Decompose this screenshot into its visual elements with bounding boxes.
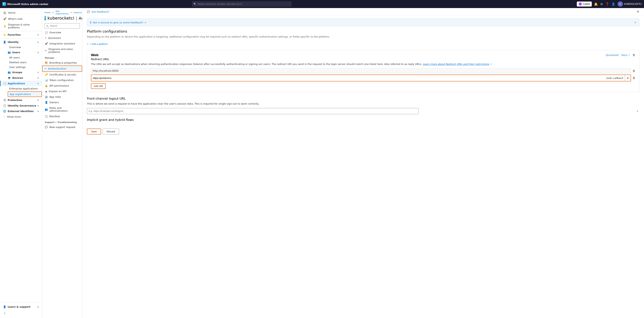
search-input[interactable] xyxy=(192,1,292,7)
protection-collapse[interactable]: 🛡️ Protection ∨ xyxy=(0,97,42,103)
sub-search-input[interactable] xyxy=(44,23,80,29)
sub-nav-api-permissions[interactable]: 🔒 API permissions xyxy=(42,83,82,89)
content-area: Home > App registrations > kuberocketci … xyxy=(42,8,644,318)
groups-icon: 👥 xyxy=(8,71,11,74)
sub-nav-roles-admins[interactable]: 👥 Roles and administrators xyxy=(42,105,82,114)
svg-rect-0 xyxy=(3,3,4,4)
discard-button[interactable]: Discard xyxy=(102,129,119,134)
favorites-collapse[interactable]: ⭐ Favorites ∨ xyxy=(0,32,42,38)
sub-nav-expose-api[interactable]: ☁️ Expose an API xyxy=(42,89,82,94)
web-card-actions: Quickstart Docs ↗ 🗑 xyxy=(606,53,636,57)
chevron-up-icon: ∧ xyxy=(37,41,39,43)
sub-nav-manifest[interactable]: 📋 Manifest xyxy=(42,114,82,119)
sub-nav-new-support[interactable]: 💬 New support request xyxy=(42,124,82,130)
info-banner-close-button[interactable]: × xyxy=(634,21,636,24)
sub-nav-branding[interactable]: 🎨 Branding & properties xyxy=(42,60,82,66)
chevron-down-icon: ∨ xyxy=(37,34,39,36)
groups-chevron-icon: ∨ xyxy=(37,71,39,73)
sidebar-collapse-button[interactable]: « xyxy=(3,311,6,315)
learn-support-collapse[interactable]: 👤 Learn & support ∧ xyxy=(0,304,42,309)
external-chevron-icon: ∨ xyxy=(37,110,39,112)
sub-nav-app-roles[interactable]: 🏢 App roles xyxy=(42,94,82,100)
redirect-uris-desc: The URIs we will accept as destinations … xyxy=(91,62,636,66)
logout-url-input[interactable] xyxy=(87,108,418,114)
sidebar-item-user-settings[interactable]: User settings xyxy=(8,65,42,70)
front-channel-desc: This is where we send a request to have … xyxy=(87,102,640,106)
users-collapse[interactable]: 👥 Users ∧ xyxy=(0,50,42,55)
sub-nav-integration[interactable]: 🚀 Integration assistant xyxy=(42,41,82,46)
add-uri-button[interactable]: Add URI xyxy=(91,83,106,89)
sidebar-item-all-users[interactable]: All users xyxy=(8,55,42,60)
sub-nav-overview[interactable]: ⬜ Overview xyxy=(42,30,82,35)
topbar: Microsoft Entra admin center 🔍 Copilot 🔔… xyxy=(0,0,644,8)
feedback-bar: 💬 Got feedback? ✕ xyxy=(82,8,644,16)
roles-icon: 👥 xyxy=(45,108,48,111)
learn-more-link[interactable]: Learn more about Redirect URIs and their… xyxy=(423,63,489,66)
web-card-title: Web xyxy=(91,53,98,57)
sidebar-item-enterprise-apps[interactable]: Enterprise applications xyxy=(8,86,42,91)
sub-search: 🔍 xyxy=(44,23,80,29)
applications-icon: ⬜ xyxy=(3,82,6,85)
identity-collapse[interactable]: 👤 Identity ∧ xyxy=(0,39,42,45)
sidebar-item-show-more[interactable]: ··· Show more xyxy=(0,114,42,120)
user-icon[interactable]: 👤 xyxy=(612,2,615,6)
uri-2-input[interactable] xyxy=(91,75,605,81)
topbar-right: Copilot 🔔 ⚙️ ❓ 👤 K KUBEROCKETCI xyxy=(577,1,642,7)
sub-nav-authentication[interactable]: ↩️ Authentication xyxy=(42,66,82,72)
manifest-icon: 📋 xyxy=(45,115,48,118)
sub-nav-quickstart[interactable]: ⚡ Quickstart xyxy=(42,35,82,41)
sub-nav-token[interactable]: 📊 Token configuration xyxy=(42,77,82,83)
copilot-button[interactable]: Copilot xyxy=(577,2,592,7)
learn-more-ext-icon: ↗ xyxy=(490,63,492,66)
delete-uri-1-icon[interactable]: 🗑 xyxy=(632,69,636,73)
uri-dropdown-button[interactable]: ▾ xyxy=(625,75,630,81)
divider xyxy=(0,31,42,31)
user-profile[interactable]: K KUBEROCKETCI xyxy=(618,1,642,7)
brand-icon xyxy=(2,2,6,6)
protection-icon: 🛡️ xyxy=(3,99,6,102)
delete-uri-2-icon[interactable]: 🗑 xyxy=(632,76,636,80)
quickstart-icon: ⚡ xyxy=(45,37,46,40)
quickstart-link[interactable]: Quickstart xyxy=(606,54,619,57)
sub-nav-certificates[interactable]: 🔑 Certificates & secrets xyxy=(42,72,82,77)
save-button[interactable]: Save xyxy=(87,129,101,134)
add-platform-button[interactable]: + + Add a platform xyxy=(87,42,108,46)
sidebar-item-home[interactable]: 🏠 Home xyxy=(0,10,42,16)
branding-icon: 🎨 xyxy=(45,61,48,64)
logout-url-container: ▾ xyxy=(87,108,640,114)
auth-icon: ↩️ xyxy=(44,67,46,70)
diagnose-icon: 💡 xyxy=(3,24,6,28)
expose-icon: ☁️ xyxy=(45,90,47,93)
sidebar-item-app-registrations[interactable]: App registrations xyxy=(8,91,42,97)
bell-icon[interactable]: 🔔 xyxy=(594,2,598,6)
support-section-label: Support + Troubleshooting xyxy=(42,119,82,124)
divider2 xyxy=(0,38,42,39)
sidebar-item-diagnose[interactable]: 💡 Diagnose & solve problems xyxy=(0,22,42,30)
sidebar-item-whats-new[interactable]: 🚀 What's new xyxy=(0,16,42,22)
identity-governance-collapse[interactable]: 📋 Identity Governance ∨ xyxy=(0,103,42,108)
uri-1-value: http://localhost:8000 xyxy=(91,68,631,73)
diagnose-icon-sub: ✂️ xyxy=(45,49,47,52)
feedback-icon: 💬 xyxy=(87,10,90,13)
settings-icon[interactable]: ⚙️ xyxy=(600,2,603,6)
help-icon[interactable]: ❓ xyxy=(605,2,609,6)
delete-web-card-icon[interactable]: 🗑 xyxy=(632,53,636,57)
sub-nav-owners[interactable]: 👤 Owners xyxy=(42,100,82,105)
redirect-uris-label: Redirect URIs xyxy=(91,58,636,61)
sub-nav-diagnose[interactable]: ✂️ Diagnose and solve problems xyxy=(42,46,82,55)
external-identities-collapse[interactable]: 🌐 External Identities ∨ xyxy=(0,108,42,114)
devices-collapse[interactable]: 💻 Devices ∨ xyxy=(0,75,42,81)
save-row: Save Discard xyxy=(87,126,640,138)
sidebar-item-deleted-users[interactable]: Deleted users xyxy=(8,60,42,65)
governance-chevron-icon: ∨ xyxy=(37,105,39,107)
main-content: 💬 Got feedback? ✕ ℹ️ Got a second to giv… xyxy=(82,8,644,318)
app-roles-icon: 🏢 xyxy=(45,95,48,98)
api-perm-icon: 🔒 xyxy=(45,84,48,87)
sidebar-item-overview[interactable]: Overview xyxy=(8,45,42,50)
groups-collapse[interactable]: 👥 Groups ∨ xyxy=(0,70,42,75)
overview-icon: ⬜ xyxy=(45,31,48,34)
platform-section-desc: Depending on the platform or device this… xyxy=(87,35,640,39)
applications-collapse[interactable]: ⬜ Applications ∧ xyxy=(0,81,42,86)
close-panel-button[interactable]: ✕ xyxy=(636,10,640,14)
docs-link[interactable]: Docs ↗ xyxy=(622,54,630,57)
